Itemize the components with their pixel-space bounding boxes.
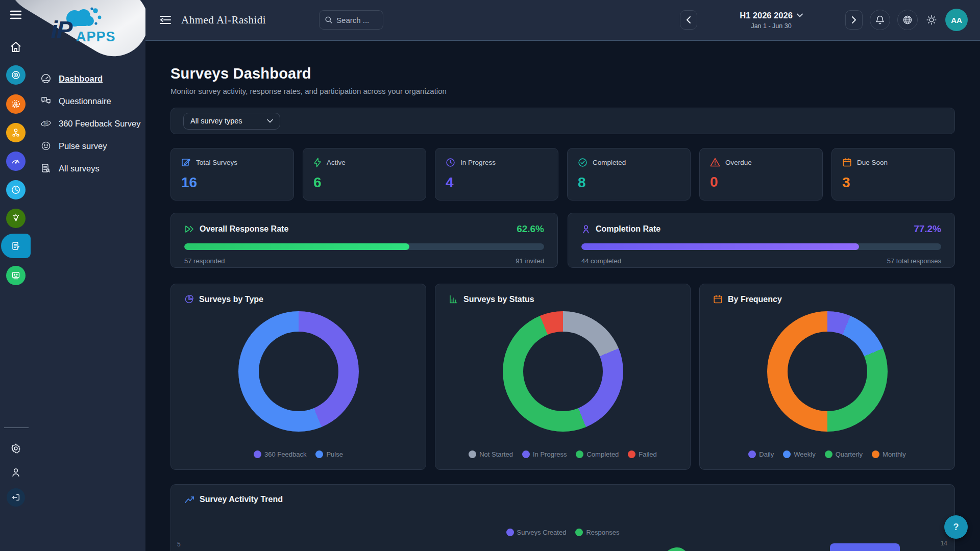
stat-card-total-surveys[interactable]: Total Surveys 16 bbox=[170, 148, 294, 201]
sidebar-item-label: 360 Feedback Survey bbox=[59, 119, 141, 129]
progress-fill bbox=[184, 243, 409, 250]
gauge-icon[interactable] bbox=[6, 152, 26, 171]
legend-item[interactable]: Responses bbox=[575, 529, 619, 536]
progress-row: Overall Response Rate 62.6% 57 responded… bbox=[170, 213, 955, 268]
legend-item[interactable]: In Progress bbox=[522, 450, 567, 458]
user-avatar[interactable]: AA bbox=[945, 9, 968, 31]
topbar: Ahmed Al-Rashidi H1 2026 2026 Jan 1 - Ju… bbox=[145, 0, 980, 41]
period-title: H1 2026 2026 bbox=[740, 11, 793, 20]
question-chat-icon: ? bbox=[40, 95, 52, 107]
progress-title: Overall Response Rate bbox=[200, 224, 288, 234]
clock-icon bbox=[446, 158, 455, 167]
org-network-icon[interactable] bbox=[6, 123, 26, 142]
legend-item[interactable]: Completed bbox=[576, 450, 619, 458]
stat-value: 4 bbox=[446, 174, 548, 191]
progress-left-label: 44 completed bbox=[581, 257, 621, 265]
globe-language-icon[interactable] bbox=[897, 10, 918, 30]
stat-value: 6 bbox=[313, 174, 415, 191]
legend-swatch bbox=[506, 529, 514, 536]
settings-gear-icon[interactable] bbox=[10, 443, 21, 454]
legend-item[interactable]: Daily bbox=[748, 450, 774, 458]
surveys-by-status-card: Surveys by Status Not StartedIn Progress… bbox=[435, 284, 691, 470]
icon-rail bbox=[0, 0, 32, 551]
stat-value: 16 bbox=[181, 174, 283, 191]
progress-right-label: 57 total responses bbox=[887, 257, 941, 265]
search-box[interactable] bbox=[319, 10, 383, 30]
legend-swatch bbox=[872, 450, 879, 458]
legend-swatch bbox=[576, 450, 583, 458]
surveys-active-icon[interactable] bbox=[1, 234, 31, 258]
legend-item[interactable]: Pulse bbox=[315, 450, 343, 458]
logo-text-apps: APPS bbox=[76, 29, 116, 45]
chart-legend: DailyWeeklyQuarterlyMonthly bbox=[700, 450, 954, 458]
stat-label: Due Soon bbox=[857, 159, 888, 166]
progress-fill bbox=[581, 243, 859, 250]
period-prev-button[interactable] bbox=[680, 10, 697, 30]
legend-swatch bbox=[783, 450, 791, 458]
legend-item[interactable]: Quarterly bbox=[825, 450, 863, 458]
sidebar-item-pulse-survey[interactable]: Pulse survey bbox=[38, 135, 143, 157]
legend-item[interactable]: Weekly bbox=[783, 450, 815, 458]
period-next-button[interactable] bbox=[845, 10, 863, 30]
cutoff-button[interactable] bbox=[830, 543, 900, 551]
warning-triangle-icon bbox=[710, 158, 720, 167]
legend-swatch bbox=[315, 450, 323, 458]
chevron-down-icon bbox=[267, 119, 273, 123]
by-frequency-card: By Frequency DailyWeeklyQuarterlyMonthly bbox=[699, 284, 955, 470]
hamburger-menu-icon[interactable] bbox=[10, 10, 21, 19]
surveys-by-type-card: Surveys by Type 360 FeedbackPulse bbox=[170, 284, 426, 470]
stat-card-due-soon[interactable]: Due Soon 3 bbox=[831, 148, 955, 201]
sidebar-item-all-surveys[interactable]: All surveys bbox=[38, 157, 143, 180]
stat-card-overdue[interactable]: Overdue 0 bbox=[699, 148, 823, 201]
smiley-icon bbox=[40, 140, 52, 152]
legend-swatch bbox=[748, 450, 756, 458]
legend-item[interactable]: Monthly bbox=[872, 450, 906, 458]
calendar-icon bbox=[713, 294, 723, 304]
chart-legend: Surveys CreatedResponses bbox=[184, 529, 941, 536]
person-award-icon bbox=[581, 224, 591, 234]
engagement-icon[interactable] bbox=[6, 94, 26, 114]
sidebar-item-360-feedback[interactable]: 360 360 Feedback Survey bbox=[38, 112, 143, 135]
surveys-by-type-donut[interactable] bbox=[238, 311, 359, 432]
lightning-bolt-icon bbox=[313, 158, 322, 167]
survey-type-select-value: All survey types bbox=[190, 117, 242, 125]
legend-item[interactable]: 360 Feedback bbox=[254, 450, 306, 458]
pie-chart-icon bbox=[184, 294, 194, 304]
target-icon[interactable] bbox=[6, 65, 26, 85]
sidebar-item-label: Questionnaire bbox=[59, 96, 111, 106]
stat-card-active[interactable]: Active 6 bbox=[303, 148, 426, 201]
help-button[interactable]: ? bbox=[944, 515, 968, 539]
collapse-sidebar-icon[interactable] bbox=[159, 14, 172, 26]
logout-icon[interactable] bbox=[7, 488, 25, 507]
profile-person-icon[interactable] bbox=[10, 467, 21, 478]
bar-chart-icon bbox=[449, 294, 458, 304]
clock-icon[interactable] bbox=[6, 180, 26, 199]
survey-type-select[interactable]: All survey types bbox=[183, 113, 280, 130]
response-rate-card: Overall Response Rate 62.6% 57 responded… bbox=[170, 213, 558, 268]
stat-label: Active bbox=[327, 159, 346, 166]
by-frequency-donut[interactable] bbox=[767, 311, 888, 432]
idea-icon[interactable] bbox=[6, 209, 26, 228]
sidebar-item-dashboard[interactable]: Dashboard bbox=[38, 67, 143, 90]
stat-label: Completed bbox=[593, 159, 626, 166]
calendar-icon bbox=[842, 158, 852, 167]
stat-card-in-progress[interactable]: In Progress 4 bbox=[435, 148, 558, 201]
legend-item[interactable]: Surveys Created bbox=[506, 529, 567, 536]
notification-bell-icon[interactable] bbox=[870, 10, 890, 30]
chart-legend: Not StartedIn ProgressCompletedFailed bbox=[435, 450, 690, 458]
kiosk-icon[interactable] bbox=[6, 266, 26, 285]
theme-sun-icon[interactable] bbox=[926, 14, 937, 26]
surveys-by-status-donut[interactable] bbox=[503, 311, 623, 432]
legend-item[interactable]: Not Started bbox=[469, 450, 513, 458]
period-selector[interactable]: H1 2026 2026 Jan 1 - Jun 30 bbox=[713, 11, 830, 30]
legend-item[interactable]: Failed bbox=[628, 450, 656, 458]
survey-activity-trend-card: Survey Activity Trend Surveys CreatedRes… bbox=[170, 484, 955, 551]
sidebar-item-questionnaire[interactable]: ? Questionnaire bbox=[38, 90, 143, 112]
home-icon[interactable] bbox=[10, 41, 22, 53]
sidebar-item-label: Dashboard bbox=[59, 74, 103, 84]
chart-title: Surveys by Type bbox=[199, 295, 263, 304]
search-input[interactable] bbox=[336, 16, 377, 24]
stats-row: Total Surveys 16 Active 6 bbox=[170, 148, 955, 201]
stat-card-completed[interactable]: Completed 8 bbox=[567, 148, 691, 201]
filter-bar: All survey types bbox=[170, 108, 955, 134]
